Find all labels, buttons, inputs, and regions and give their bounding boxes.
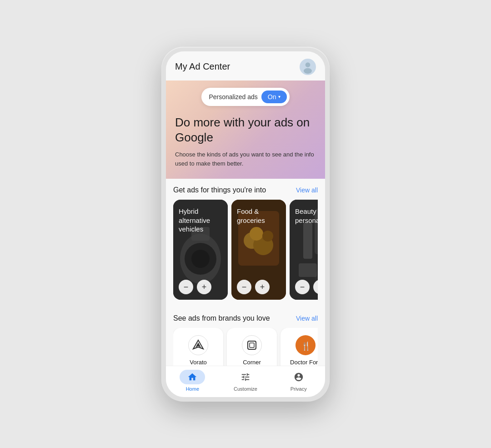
brand-card-vorato[interactable]: Vorato − + <box>173 328 223 365</box>
nav-customize-label: Customize <box>234 386 257 392</box>
privacy-icon <box>294 372 304 382</box>
category-card-food[interactable]: Food & groceries − + <box>231 200 286 300</box>
svg-point-12 <box>250 227 263 241</box>
brands-section: See ads from brands you love View all Vo… <box>166 307 325 365</box>
brands-view-all[interactable]: View all <box>296 315 318 322</box>
decrease-food-button[interactable]: − <box>237 280 251 294</box>
app-title: My Ad Center <box>175 61 230 72</box>
volume-button <box>330 129 331 156</box>
brand-card-corner[interactable]: Corner − + <box>227 328 277 365</box>
chevron-icon: ▾ <box>278 94 281 99</box>
category-card-beauty-label: Beauty personal care <box>295 207 318 225</box>
vorato-logo <box>188 335 208 355</box>
category-card-food-actions: − + <box>237 280 281 294</box>
brands-header: See ads from brands you love View all <box>173 314 318 322</box>
category-card-vehicles-label: Hybrid alternative vehicles <box>179 207 222 234</box>
category-card-vehicles-actions: − + <box>179 280 222 294</box>
brand-card-doctorfork[interactable]: 🍴 Doctor Fork − + <box>281 328 318 365</box>
decrease-beauty-button[interactable]: − <box>295 280 310 294</box>
doctorfork-logo: 🍴 <box>296 335 316 355</box>
svg-rect-20 <box>250 343 254 347</box>
category-card-food-label: Food & groceries <box>237 207 281 225</box>
category-card-vehicles[interactable]: Hybrid alternative vehicles − + <box>173 200 228 300</box>
svg-rect-19 <box>248 341 256 349</box>
privacy-icon-wrapper <box>286 370 311 384</box>
increase-vehicles-button[interactable]: + <box>197 280 211 294</box>
increase-beauty-button[interactable]: + <box>313 280 318 294</box>
customize-icon-wrapper <box>233 370 258 384</box>
nav-item-customize[interactable]: Customize <box>219 370 272 392</box>
interests-title: Get ads for things you're into <box>173 186 266 194</box>
decrease-vehicles-button[interactable]: − <box>179 280 193 294</box>
home-icon-wrapper <box>180 370 205 384</box>
home-icon <box>187 372 197 382</box>
category-card-beauty-actions: − + <box>295 280 318 294</box>
hero-title: Do more with your ads on Google <box>175 115 316 146</box>
corner-logo <box>242 335 262 355</box>
brands-title: See ads from brands you love <box>173 314 270 322</box>
phone-screen: My Ad Center Personalized ads On ▾ <box>166 51 325 397</box>
hero-subtitle: Choose the kinds of ads you want to see … <box>175 150 316 168</box>
vorato-name: Vorato <box>190 359 207 365</box>
nav-item-home[interactable]: Home <box>166 370 219 392</box>
personalized-toggle[interactable]: Personalized ads On ▾ <box>201 88 289 106</box>
interests-header: Get ads for things you're into View all <box>173 186 318 194</box>
svg-point-1 <box>306 62 311 67</box>
nav-home-label: Home <box>186 386 199 392</box>
customize-icon <box>240 372 251 382</box>
category-cards-row: Hybrid alternative vehicles − + <box>173 200 318 307</box>
category-card-beauty[interactable]: Beauty personal care − + <box>290 200 318 300</box>
toggle-button[interactable]: On ▾ <box>261 91 287 103</box>
svg-point-6 <box>191 250 210 268</box>
app-header: My Ad Center <box>166 51 325 81</box>
brand-cards-row: Vorato − + <box>173 328 318 365</box>
toggle-label: Personalized ads <box>209 93 257 101</box>
phone-device: My Ad Center Personalized ads On ▾ <box>161 47 330 402</box>
bottom-nav: Home Customize Privacy <box>166 366 325 397</box>
corner-name: Corner <box>243 359 261 365</box>
interests-section: Get ads for things you're into View all <box>166 179 325 307</box>
hero-section: Personalized ads On ▾ Do more with your … <box>166 81 325 179</box>
interests-view-all[interactable]: View all <box>296 186 318 194</box>
svg-rect-16 <box>303 222 312 259</box>
scroll-content: Personalized ads On ▾ Do more with your … <box>166 81 325 366</box>
nav-item-privacy[interactable]: Privacy <box>272 370 325 392</box>
avatar[interactable] <box>300 59 316 75</box>
svg-text:🍴: 🍴 <box>301 341 311 351</box>
doctorfork-name: Doctor Fork <box>290 359 318 365</box>
svg-point-13 <box>262 231 273 242</box>
svg-point-2 <box>304 68 312 73</box>
increase-food-button[interactable]: + <box>255 280 270 294</box>
svg-rect-18 <box>299 263 317 277</box>
nav-privacy-label: Privacy <box>291 386 307 392</box>
